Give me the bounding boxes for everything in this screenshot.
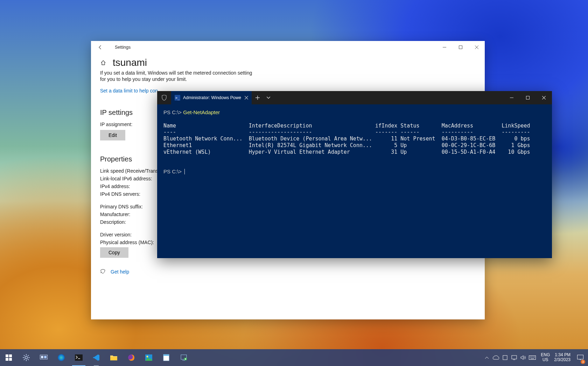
desktop: Settings tsunami If you set a data limit… [0, 0, 588, 366]
data-limit-link[interactable]: Set a data limit to help con [100, 88, 158, 94]
taskbar-vscode[interactable] [88, 349, 105, 366]
folder-icon [110, 354, 118, 361]
terminal-output[interactable]: PS C:\> Get-NetAdapter Name InterfaceDes… [157, 104, 552, 258]
volume-icon[interactable] [520, 354, 527, 361]
firefox-icon [128, 354, 135, 361]
windows-logo-icon [6, 354, 12, 361]
taskbar-edge[interactable] [52, 349, 70, 366]
gear-icon [23, 354, 30, 361]
svg-rect-4 [6, 354, 8, 357]
language-indicator[interactable]: ENG US [539, 349, 552, 366]
close-icon [542, 96, 546, 99]
security-icon[interactable] [502, 354, 509, 361]
svg-point-20 [58, 354, 65, 361]
notification-badge: 3 [581, 360, 585, 364]
svg-line-16 [28, 355, 29, 356]
svg-rect-21 [75, 354, 83, 361]
svg-rect-3 [526, 96, 530, 99]
svg-rect-30 [503, 355, 507, 360]
back-button[interactable] [94, 42, 106, 53]
taskbar-notepad[interactable] [158, 349, 175, 366]
photos-icon [145, 354, 152, 361]
onedrive-icon[interactable] [492, 354, 499, 361]
notepad-icon [163, 354, 169, 361]
taskbar-terminal[interactable] [70, 349, 88, 366]
svg-line-13 [24, 355, 25, 356]
svg-rect-7 [9, 358, 12, 361]
network-icon[interactable] [511, 354, 518, 361]
edge-icon [57, 354, 65, 361]
tray-chevron-up-icon[interactable] [483, 354, 490, 361]
tab-close-button[interactable] [245, 96, 248, 99]
svg-rect-31 [512, 355, 517, 359]
edit-button[interactable]: Edit [100, 130, 125, 140]
terminal-tab[interactable]: >_ Administrator: Windows Powe [171, 91, 252, 104]
terminal-icon [75, 354, 83, 361]
minimize-button[interactable] [436, 41, 453, 53]
lang-secondary: US [541, 358, 550, 362]
close-icon [245, 96, 248, 99]
maximize-icon [526, 96, 530, 99]
taskbar-photos[interactable] [140, 349, 158, 366]
clock[interactable]: 1:34 PM 2/3/2023 [552, 349, 573, 366]
taskbar-explorer[interactable] [105, 349, 122, 366]
task-view-icon [40, 355, 48, 360]
minimize-icon [443, 46, 446, 49]
svg-rect-27 [163, 354, 169, 356]
taskbar[interactable]: ENG US 1:34 PM 2/3/2023 3 [0, 349, 588, 366]
close-button[interactable] [469, 41, 485, 53]
home-icon[interactable] [100, 60, 106, 66]
help-icon [100, 269, 106, 275]
close-icon [475, 46, 478, 49]
get-help-link[interactable]: Get help [111, 269, 129, 275]
arrow-left-icon [98, 45, 103, 50]
plus-icon [255, 96, 260, 100]
clock-time: 1:34 PM [554, 353, 570, 358]
settings-titlebar[interactable]: Settings [91, 41, 485, 54]
terminal-window: >_ Administrator: Windows Powe PS C:\> G… [157, 91, 552, 258]
svg-rect-5 [9, 354, 12, 357]
taskbar-firefox[interactable] [122, 349, 140, 366]
taskbar-settings[interactable] [18, 349, 35, 366]
svg-rect-2 [510, 98, 513, 98]
vscode-icon [93, 354, 100, 361]
shield-icon [157, 91, 171, 104]
powershell-icon: >_ [175, 95, 180, 101]
terminal-minimize-button[interactable] [504, 91, 520, 104]
svg-rect-22 [110, 357, 117, 360]
clock-date: 2/3/2023 [554, 358, 570, 362]
minimize-icon [510, 96, 513, 99]
window-title: Settings [115, 45, 131, 50]
svg-line-14 [28, 359, 29, 360]
svg-rect-6 [6, 358, 8, 361]
terminal-tab-title: Administrator: Windows Powe [183, 95, 241, 100]
svg-line-15 [24, 359, 25, 360]
lang-primary: ENG [541, 353, 550, 358]
svg-point-25 [147, 356, 148, 358]
action-center-button[interactable]: 3 [573, 349, 588, 366]
settings-description: If you set a data limit, Windows will se… [100, 70, 254, 82]
terminal-titlebar[interactable]: >_ Administrator: Windows Powe [157, 91, 552, 104]
terminal-close-button[interactable] [536, 91, 552, 104]
svg-point-8 [25, 357, 28, 359]
svg-rect-19 [44, 356, 47, 358]
system-tray[interactable] [481, 349, 539, 366]
svg-rect-0 [443, 47, 446, 48]
new-tab-button[interactable] [252, 91, 264, 104]
maximize-icon [459, 46, 462, 49]
svg-rect-33 [578, 355, 583, 359]
keyboard-icon[interactable] [529, 354, 536, 361]
svg-rect-18 [41, 356, 43, 358]
start-button[interactable] [0, 349, 18, 366]
task-view-button[interactable] [35, 349, 52, 366]
copy-button[interactable]: Copy [100, 247, 128, 258]
terminal-maximize-button[interactable] [520, 91, 536, 104]
maximize-button[interactable] [453, 41, 469, 53]
app-icon [180, 354, 187, 361]
svg-rect-1 [459, 46, 462, 49]
chevron-down-icon [267, 97, 270, 99]
page-title: tsunami [113, 57, 147, 68]
taskbar-app[interactable] [175, 349, 192, 366]
tab-dropdown-button[interactable] [264, 91, 273, 104]
